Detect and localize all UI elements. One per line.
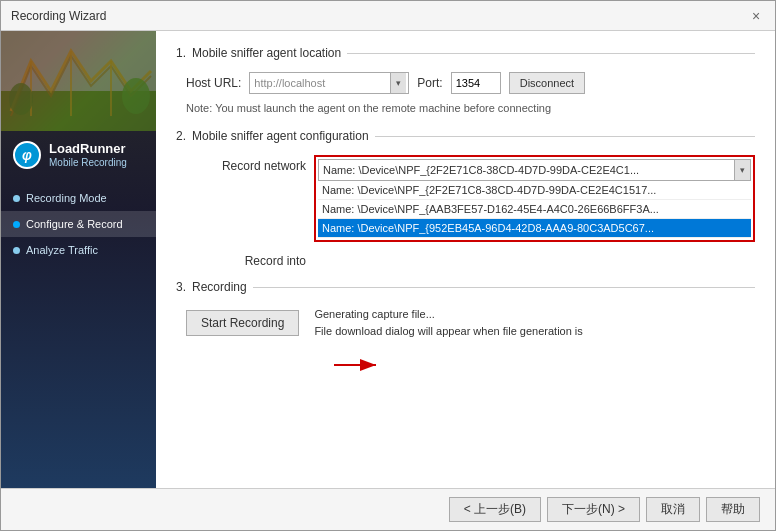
network-list-item-0[interactable]: Name: \Device\NPF_{2F2E71C8-38CD-4D7D-99… [318,181,751,200]
start-recording-button[interactable]: Start Recording [186,310,299,336]
record-into-placeholder [314,246,755,268]
red-arrow-icon [334,350,384,380]
config-grid: Record network Name: \Device\NPF_{2F2E71… [186,155,755,268]
sidebar-nav: Recording Mode Configure & Record Analyz… [1,185,156,263]
svg-point-7 [122,78,150,114]
sidebar-logo: φ LoadRunner Mobile Recording [1,131,156,175]
section1-number: 1. [176,46,186,60]
section1-header: 1. Mobile sniffer agent location [176,46,755,60]
sidebar-item-configure-record[interactable]: Configure & Record [1,211,156,237]
sidebar-item-recording-mode[interactable]: Recording Mode [1,185,156,211]
section3: 3. Recording Start Recording Generating … [176,280,755,339]
title-bar: Recording Wizard × [1,1,775,31]
recording-status-line2: File download dialog will appear when fi… [314,323,582,340]
network-selected-text: Name: \Device\NPF_{2F2E71C8-38CD-4D7D-99… [319,162,734,178]
nav-dot-analyze-traffic [13,247,20,254]
section3-line [253,287,755,288]
section3-header: 3. Recording [176,280,755,294]
sidebar-item-label-analyze-traffic: Analyze Traffic [26,244,98,256]
section1-line [347,53,755,54]
brand-name: LoadRunner [49,141,127,157]
host-url-input[interactable] [250,75,390,91]
section3-number: 3. [176,280,186,294]
host-url-dropdown-btn[interactable]: ▾ [390,73,406,93]
cancel-button[interactable]: 取消 [646,497,700,522]
host-input-wrap[interactable]: ▾ [249,72,409,94]
nav-dot-recording-mode [13,195,20,202]
help-button[interactable]: 帮助 [706,497,760,522]
config-row-wrap: Record network Name: \Device\NPF_{2F2E71… [176,155,755,268]
section2: 2. Mobile sniffer agent configuration [176,129,755,268]
section2-line [375,136,755,137]
section3-title: Recording [192,280,247,294]
svg-point-6 [9,83,33,115]
nav-dot-configure-record [13,221,20,228]
record-into-label: Record into [186,246,306,268]
sidebar-item-label-recording-mode: Recording Mode [26,192,107,204]
network-list: Name: \Device\NPF_{2F2E71C8-38CD-4D7D-99… [318,181,751,238]
footer: < 上一步(B) 下一步(N) > 取消 帮助 [1,488,775,530]
sidebar-background-svg [1,31,156,131]
section2-number: 2. [176,129,186,143]
section2-title: Mobile sniffer agent configuration [192,129,369,143]
prev-button[interactable]: < 上一步(B) [449,497,541,522]
sidebar-item-label-configure-record: Configure & Record [26,218,123,230]
recording-status-line1: Generating capture file... [314,306,582,323]
network-list-item-2[interactable]: Name: \Device\NPF_{952EB45A-96D4-42D8-AA… [318,219,751,238]
brand-sub: Mobile Recording [49,157,127,169]
hp-logo-icon: φ [13,141,41,169]
recording-row: Start Recording Generating capture file.… [186,306,755,339]
port-label: Port: [417,76,442,90]
host-row: Host URL: ▾ Port: Disconnect [186,72,755,94]
network-list-item-1[interactable]: Name: \Device\NPF_{AAB3FE57-D162-45E4-A4… [318,200,751,219]
main-content: 1. Mobile sniffer agent location Host UR… [156,31,775,488]
window-title: Recording Wizard [11,9,106,23]
connection-note: Note: You must launch the agent on the r… [186,102,755,114]
network-select-row[interactable]: Name: \Device\NPF_{2F2E71C8-38CD-4D7D-99… [318,159,751,181]
next-button[interactable]: 下一步(N) > [547,497,640,522]
sidebar: φ LoadRunner Mobile Recording Recording … [1,31,156,488]
port-input[interactable] [451,72,501,94]
host-label: Host URL: [186,76,241,90]
section1-title: Mobile sniffer agent location [192,46,341,60]
recording-status: Generating capture file... File download… [314,306,582,339]
disconnect-button[interactable]: Disconnect [509,72,585,94]
recording-wizard-window: Recording Wizard × [0,0,776,531]
sidebar-brand: LoadRunner Mobile Recording [49,141,127,169]
sidebar-image [1,31,156,131]
close-button[interactable]: × [747,7,765,25]
section2-header: 2. Mobile sniffer agent configuration [176,129,755,143]
network-dropdown-wrap: Name: \Device\NPF_{2F2E71C8-38CD-4D7D-99… [314,155,755,242]
network-dropdown-arrow[interactable]: ▾ [734,160,750,180]
content-area: φ LoadRunner Mobile Recording Recording … [1,31,775,488]
sidebar-item-analyze-traffic[interactable]: Analyze Traffic [1,237,156,263]
record-network-label: Record network [186,155,306,173]
